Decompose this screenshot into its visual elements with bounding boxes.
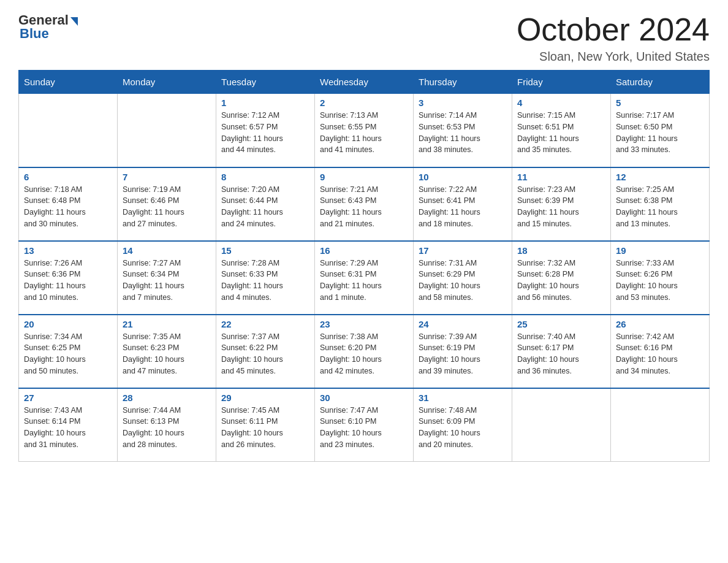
calendar-header-saturday: Saturday [611,71,710,94]
calendar-cell: 31Sunrise: 7:48 AMSunset: 6:09 PMDayligh… [414,388,512,462]
calendar-header-monday: Monday [118,71,216,94]
day-info: Sunrise: 7:19 AMSunset: 6:46 PMDaylight:… [123,184,211,230]
day-number: 9 [320,172,408,182]
calendar-cell: 10Sunrise: 7:22 AMSunset: 6:41 PMDayligh… [414,167,512,241]
day-info: Sunrise: 7:25 AMSunset: 6:38 PMDaylight:… [616,184,704,230]
logo: General Blue [18,12,78,42]
day-number: 26 [616,319,704,329]
day-info: Sunrise: 7:42 AMSunset: 6:16 PMDaylight:… [616,331,704,377]
day-info: Sunrise: 7:31 AMSunset: 6:29 PMDaylight:… [419,258,507,304]
day-info: Sunrise: 7:18 AMSunset: 6:48 PMDaylight:… [24,184,112,230]
calendar-cell: 5Sunrise: 7:17 AMSunset: 6:50 PMDaylight… [611,94,710,167]
day-info: Sunrise: 7:27 AMSunset: 6:34 PMDaylight:… [123,258,211,304]
calendar-cell: 12Sunrise: 7:25 AMSunset: 6:38 PMDayligh… [611,167,710,241]
calendar-header-wednesday: Wednesday [315,71,414,94]
location-text: Sloan, New York, United States [517,50,710,64]
day-info: Sunrise: 7:47 AMSunset: 6:10 PMDaylight:… [320,405,408,451]
day-info: Sunrise: 7:20 AMSunset: 6:44 PMDaylight:… [221,184,309,230]
day-number: 4 [517,98,605,108]
day-number: 20 [24,319,112,329]
day-number: 19 [616,245,704,256]
calendar-cell: 24Sunrise: 7:39 AMSunset: 6:19 PMDayligh… [414,315,512,388]
calendar-cell: 3Sunrise: 7:14 AMSunset: 6:53 PMDaylight… [414,94,512,167]
calendar-cell [118,94,216,167]
day-number: 17 [419,245,507,256]
calendar-cell: 11Sunrise: 7:23 AMSunset: 6:39 PMDayligh… [512,167,611,241]
day-number: 3 [419,98,507,108]
calendar-week-row: 20Sunrise: 7:34 AMSunset: 6:25 PMDayligh… [19,315,710,388]
day-number: 10 [419,172,507,182]
day-info: Sunrise: 7:33 AMSunset: 6:26 PMDaylight:… [616,258,704,304]
day-number: 2 [320,98,408,108]
calendar-cell: 30Sunrise: 7:47 AMSunset: 6:10 PMDayligh… [315,388,414,462]
day-info: Sunrise: 7:39 AMSunset: 6:19 PMDaylight:… [419,331,507,377]
day-number: 23 [320,319,408,329]
calendar-header-friday: Friday [512,71,611,94]
calendar-cell: 1Sunrise: 7:12 AMSunset: 6:57 PMDaylight… [216,94,315,167]
calendar-cell: 6Sunrise: 7:18 AMSunset: 6:48 PMDaylight… [19,167,118,241]
calendar-cell: 23Sunrise: 7:38 AMSunset: 6:20 PMDayligh… [315,315,414,388]
day-info: Sunrise: 7:32 AMSunset: 6:28 PMDaylight:… [517,258,605,304]
day-number: 1 [221,98,309,108]
day-number: 13 [24,245,112,256]
day-info: Sunrise: 7:17 AMSunset: 6:50 PMDaylight:… [616,110,704,156]
calendar-cell: 13Sunrise: 7:26 AMSunset: 6:36 PMDayligh… [19,241,118,315]
logo-arrow-icon [70,17,78,26]
day-info: Sunrise: 7:44 AMSunset: 6:13 PMDaylight:… [123,405,211,451]
day-number: 18 [517,245,605,256]
calendar-cell: 22Sunrise: 7:37 AMSunset: 6:22 PMDayligh… [216,315,315,388]
day-number: 8 [221,172,309,182]
calendar-cell [611,388,710,462]
day-number: 11 [517,172,605,182]
calendar-cell: 14Sunrise: 7:27 AMSunset: 6:34 PMDayligh… [118,241,216,315]
logo-blue-text: Blue [18,26,49,42]
day-info: Sunrise: 7:23 AMSunset: 6:39 PMDaylight:… [517,184,605,230]
calendar-week-row: 6Sunrise: 7:18 AMSunset: 6:48 PMDaylight… [19,167,710,241]
calendar-header-row: SundayMondayTuesdayWednesdayThursdayFrid… [19,71,710,94]
calendar-cell: 8Sunrise: 7:20 AMSunset: 6:44 PMDaylight… [216,167,315,241]
day-number: 29 [221,393,309,403]
day-number: 24 [419,319,507,329]
day-number: 31 [419,393,507,403]
day-info: Sunrise: 7:48 AMSunset: 6:09 PMDaylight:… [419,405,507,451]
day-info: Sunrise: 7:43 AMSunset: 6:14 PMDaylight:… [24,405,112,451]
calendar-week-row: 13Sunrise: 7:26 AMSunset: 6:36 PMDayligh… [19,241,710,315]
day-number: 14 [123,245,211,256]
day-number: 6 [24,172,112,182]
day-number: 30 [320,393,408,403]
title-section: October 2024 Sloan, New York, United Sta… [517,12,710,64]
calendar-cell: 28Sunrise: 7:44 AMSunset: 6:13 PMDayligh… [118,388,216,462]
month-title: October 2024 [517,12,710,47]
day-info: Sunrise: 7:45 AMSunset: 6:11 PMDaylight:… [221,405,309,451]
calendar-cell: 17Sunrise: 7:31 AMSunset: 6:29 PMDayligh… [414,241,512,315]
day-info: Sunrise: 7:38 AMSunset: 6:20 PMDaylight:… [320,331,408,377]
day-number: 25 [517,319,605,329]
calendar-cell: 4Sunrise: 7:15 AMSunset: 6:51 PMDaylight… [512,94,611,167]
calendar-week-row: 1Sunrise: 7:12 AMSunset: 6:57 PMDaylight… [19,94,710,167]
day-info: Sunrise: 7:15 AMSunset: 6:51 PMDaylight:… [517,110,605,156]
day-number: 21 [123,319,211,329]
calendar-cell [19,94,118,167]
calendar-cell: 15Sunrise: 7:28 AMSunset: 6:33 PMDayligh… [216,241,315,315]
day-number: 27 [24,393,112,403]
day-info: Sunrise: 7:28 AMSunset: 6:33 PMDaylight:… [221,258,309,304]
calendar-cell: 29Sunrise: 7:45 AMSunset: 6:11 PMDayligh… [216,388,315,462]
calendar-header-thursday: Thursday [414,71,512,94]
calendar-header-tuesday: Tuesday [216,71,315,94]
day-number: 5 [616,98,704,108]
day-info: Sunrise: 7:13 AMSunset: 6:55 PMDaylight:… [320,110,408,156]
calendar-cell: 2Sunrise: 7:13 AMSunset: 6:55 PMDaylight… [315,94,414,167]
day-info: Sunrise: 7:21 AMSunset: 6:43 PMDaylight:… [320,184,408,230]
calendar-cell: 18Sunrise: 7:32 AMSunset: 6:28 PMDayligh… [512,241,611,315]
day-info: Sunrise: 7:12 AMSunset: 6:57 PMDaylight:… [221,110,309,156]
calendar-cell: 7Sunrise: 7:19 AMSunset: 6:46 PMDaylight… [118,167,216,241]
calendar-week-row: 27Sunrise: 7:43 AMSunset: 6:14 PMDayligh… [19,388,710,462]
day-number: 12 [616,172,704,182]
calendar-cell: 27Sunrise: 7:43 AMSunset: 6:14 PMDayligh… [19,388,118,462]
day-number: 22 [221,319,309,329]
day-info: Sunrise: 7:22 AMSunset: 6:41 PMDaylight:… [419,184,507,230]
day-info: Sunrise: 7:14 AMSunset: 6:53 PMDaylight:… [419,110,507,156]
calendar-cell: 20Sunrise: 7:34 AMSunset: 6:25 PMDayligh… [19,315,118,388]
calendar-cell: 25Sunrise: 7:40 AMSunset: 6:17 PMDayligh… [512,315,611,388]
page-header: General Blue October 2024 Sloan, New Yor… [18,12,710,64]
